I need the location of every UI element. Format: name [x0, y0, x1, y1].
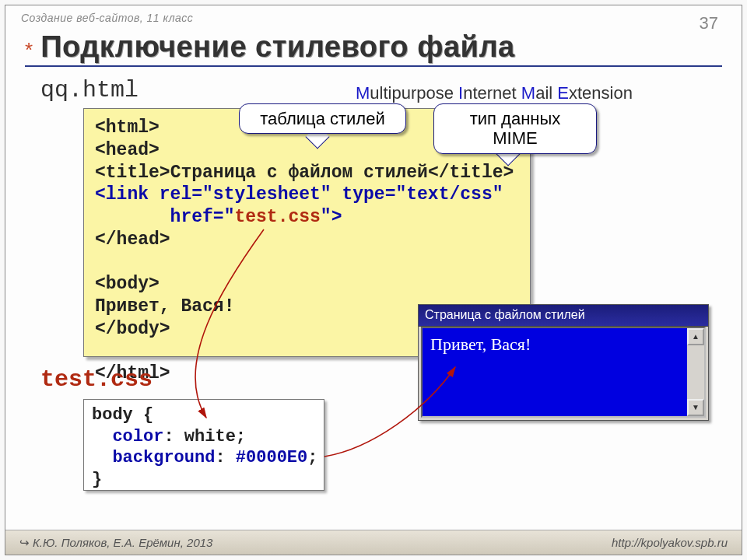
filename-html: qq.html — [40, 77, 139, 103]
css-code-box: body { color: white; background: #0000E0… — [83, 399, 324, 491]
footer-url: http://kpolyakov.spb.ru — [612, 536, 728, 549]
course-header: Создание веб-сайтов, 11 класс — [21, 12, 193, 24]
filename-css: test.css — [40, 366, 153, 393]
scroll-up-icon[interactable]: ▲ — [687, 328, 704, 345]
slide-title: * Подключение стилевого файла — [25, 30, 722, 67]
callout-mime-type: тип данных MIME — [433, 103, 597, 154]
callout-style-table: таблица стилей — [239, 103, 406, 134]
title-text: Подключение стилевого файла — [40, 30, 515, 64]
footer: ↪К.Ю. Поляков, Е.А. Ерёмин, 2013 http://… — [5, 530, 742, 555]
footer-authors: ↪К.Ю. Поляков, Е.А. Ерёмин, 2013 — [19, 536, 212, 550]
scroll-down-icon[interactable]: ▼ — [687, 399, 704, 416]
asterisk-icon: * — [25, 40, 33, 60]
slide: Создание веб-сайтов, 11 класс 37 * Подкл… — [5, 5, 742, 555]
preview-titlebar: Страница с файлом стилей — [419, 305, 708, 327]
preview-scrollbar[interactable]: ▲ ▼ — [687, 328, 704, 416]
preview-body: Привет, Вася! — [423, 328, 687, 416]
hook-arrow-icon: ↪ — [19, 536, 30, 549]
mime-expansion: Multipurpose Internet Mail Extension — [356, 83, 633, 103]
browser-preview: Страница с файлом стилей Привет, Вася! ▲… — [418, 304, 709, 421]
preview-viewport: Привет, Вася! ▲ ▼ — [421, 327, 706, 418]
